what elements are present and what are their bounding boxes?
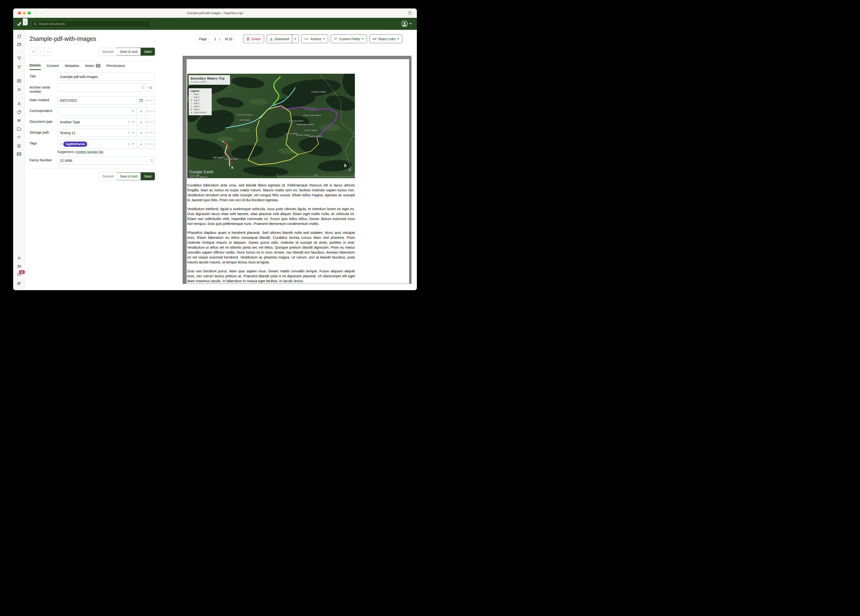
sidebar-item-storage-paths[interactable] <box>13 127 25 131</box>
sidebar-item-tasks[interactable]: 16 <box>13 272 25 276</box>
next-document-button[interactable]: → <box>44 48 52 55</box>
date-filter-button[interactable] <box>146 96 155 104</box>
add-document-type-button[interactable]: + <box>137 118 146 126</box>
storage-path-filter-button[interactable] <box>146 129 155 137</box>
title-input[interactable] <box>60 75 152 79</box>
pdf-paragraph: Duis non tincidunt purus. Nam quis sapie… <box>187 269 355 283</box>
details-form: Title Archive serial number ▴▾ +1 Date c… <box>30 72 155 180</box>
legend-item: Day 2 <box>190 96 210 98</box>
island-label: New York Island <box>237 114 252 116</box>
fancy-number-input[interactable] <box>60 159 151 162</box>
island-label: Lincoln Island <box>304 129 317 132</box>
tab-content[interactable]: Content <box>47 63 59 70</box>
sidebar-item-documents[interactable] <box>13 42 25 47</box>
asn-plus-one-button[interactable]: +1 <box>146 83 155 91</box>
storage-path-select[interactable]: Testing 12× <box>57 129 137 137</box>
sidebar-item-saved-view-1[interactable] <box>13 57 25 60</box>
tasks-count-badge: 16 <box>19 270 25 274</box>
share-icon[interactable] <box>408 11 412 16</box>
search-input[interactable] <box>39 22 148 25</box>
sidebar-item-file-tasks[interactable] <box>13 144 25 148</box>
clear-icon[interactable]: × <box>128 142 130 146</box>
tab-notes[interactable]: Notes1 <box>85 63 100 70</box>
sidebar-item-saved-view-2[interactable] <box>13 65 25 69</box>
pdf-preview[interactable]: Boundary Waters Trip Six days in BWCA Le… <box>183 56 411 284</box>
stepper-arrows-icon[interactable]: ▴▾ <box>219 37 220 41</box>
correspondent-filter-button[interactable] <box>146 107 155 115</box>
close-document-icon[interactable] <box>13 88 25 91</box>
document-type-select[interactable]: Another Type× <box>57 118 137 126</box>
tag-suggestions: Suggestions: Another Sample Tag <box>57 150 155 154</box>
actions-button[interactable]: ••• Actions <box>301 35 328 43</box>
chevron-down-icon[interactable] <box>132 121 134 123</box>
island-label: Indian Grave Island <box>303 114 321 116</box>
sidebar-item-settings[interactable] <box>13 256 25 260</box>
chevron-down-icon[interactable] <box>132 111 134 112</box>
tab-details[interactable]: Details <box>30 63 41 70</box>
global-search[interactable] <box>31 20 150 27</box>
map-title: Boundary Waters Trip <box>191 77 228 80</box>
add-tag-button[interactable]: + <box>137 140 146 149</box>
sidebar-item-dashboard[interactable] <box>13 34 25 39</box>
suggested-tag-link[interactable]: Another Sample Tag <box>75 150 103 154</box>
sidebar-item-custom-fields[interactable] <box>13 135 25 139</box>
discard-button[interactable]: Discard <box>99 172 117 180</box>
sidebar: 16 <box>13 30 25 290</box>
asn-input[interactable] <box>60 86 142 90</box>
user-menu[interactable] <box>401 20 412 27</box>
download-options-button[interactable] <box>292 35 298 43</box>
save-button[interactable]: Save <box>141 172 155 180</box>
macos-titlebar: ‹ › 2sample-pdf-with-images - Paperless-… <box>13 8 417 18</box>
field-tags: Tags × TagWithPartial × + <box>30 140 155 149</box>
page-number-stepper[interactable]: ▴▾ <box>209 35 223 43</box>
save-and-next-button[interactable]: Save & next <box>117 48 141 56</box>
tag-pill[interactable]: TagWithPartial <box>63 141 87 147</box>
calendar-button[interactable] <box>137 96 146 104</box>
chevron-down-icon[interactable] <box>132 143 134 145</box>
sidebar-item-open-document[interactable] <box>13 79 25 83</box>
custom-fields-button[interactable]: Custom Fields <box>331 35 367 43</box>
sidebar-item-tags[interactable] <box>13 110 25 115</box>
previous-document-button[interactable]: ← <box>37 48 44 55</box>
save-and-next-button[interactable]: Save & next <box>117 172 141 180</box>
save-button-group-top: Discard Save & next Save <box>99 48 155 56</box>
island-label: Norway Island <box>296 134 309 136</box>
clear-icon[interactable]: × <box>128 131 130 135</box>
date-created-input[interactable] <box>60 99 134 102</box>
page-number-input[interactable] <box>212 37 219 41</box>
sidebar-item-mail[interactable] <box>13 152 25 156</box>
correspondent-select[interactable] <box>57 107 137 115</box>
sidebar-item-archive-serial[interactable] <box>13 118 25 123</box>
save-button[interactable]: Save <box>141 48 155 56</box>
sidebar-item-correspondents[interactable] <box>13 102 25 106</box>
remove-tag-icon[interactable]: × <box>60 142 62 146</box>
stepper-arrows-icon[interactable]: ▴▾ <box>151 159 152 162</box>
trash-icon <box>246 37 250 41</box>
field-title: Title <box>30 72 155 81</box>
pdf-text: Curabitur bibendum ante urna, sed blandi… <box>187 183 355 283</box>
sidebar-item-logs[interactable] <box>13 282 25 285</box>
add-correspondent-button[interactable]: + <box>137 107 146 115</box>
download-button[interactable]: Download <box>267 35 292 43</box>
share-links-button[interactable]: Share Links <box>369 35 402 43</box>
map-text-annotation: Text <box>266 127 272 131</box>
delete-button[interactable]: Delete <box>243 35 264 43</box>
sidebar-item-users-groups[interactable] <box>13 264 25 269</box>
tags-filter-button[interactable] <box>146 140 155 149</box>
stepper-arrows-icon[interactable]: ▴▾ <box>142 86 143 89</box>
app-header <box>13 18 417 30</box>
close-editor-button[interactable]: × <box>30 48 37 55</box>
tags-select[interactable]: × TagWithPartial × <box>57 140 137 149</box>
island-label: Gary Island <box>239 119 250 121</box>
discard-button[interactable]: Discard <box>99 48 117 56</box>
legend-item: Day 3 <box>190 99 210 101</box>
document-type-filter-button[interactable] <box>146 118 155 126</box>
page-title: 2sample-pdf-with-images <box>30 35 96 42</box>
tab-metadata[interactable]: Metadata <box>65 63 79 70</box>
sidebar-expand-button[interactable]: » <box>23 18 28 25</box>
add-storage-path-button[interactable]: + <box>137 129 146 137</box>
clear-icon[interactable]: × <box>128 120 130 124</box>
tab-permissions[interactable]: Permissions <box>107 63 125 70</box>
island-label: Charlies Island <box>224 158 239 160</box>
chevron-down-icon[interactable] <box>132 132 134 134</box>
